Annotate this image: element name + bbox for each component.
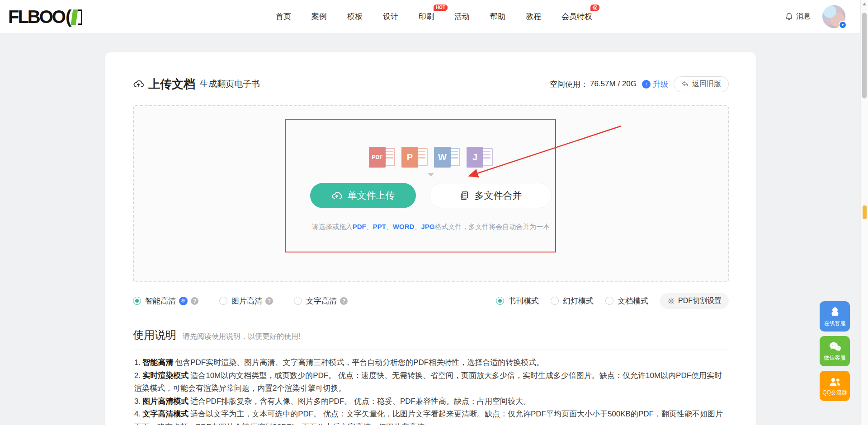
radio-label: 图片高清 — [231, 296, 262, 306]
quality-options: 智能高清 荐 ? 图片高清 ? 文字高清 ? — [133, 296, 348, 306]
merge-documents-icon — [459, 191, 469, 201]
help-icon[interactable]: ? — [265, 297, 273, 305]
radio-dot — [133, 297, 141, 305]
instruction-item: 1.智能高清包含PDF实时渲染、图片高清、文字高清三种模式，平台自动分析您的PD… — [134, 356, 729, 369]
scrollbar-orange-marker — [863, 205, 867, 219]
scrollbar-up-arrow-icon[interactable] — [863, 3, 866, 5]
radio-label: 文档模式 — [618, 296, 648, 306]
radio-dot — [496, 297, 504, 305]
logo-text: FLBOO — [8, 6, 65, 27]
pdf-cut-settings-button[interactable]: PDF切割设置 — [660, 293, 729, 309]
radio-document-mode[interactable]: 文档模式 — [605, 296, 648, 306]
display-mode-options: 书刊模式 幻灯模式 文档模式 PDF切割设置 — [496, 293, 729, 309]
jpg-file-icon: J — [467, 147, 493, 168]
help-icon[interactable]: ? — [191, 297, 198, 305]
nav-item-design[interactable]: 设计 — [383, 11, 398, 22]
word-file-icon: W — [434, 147, 460, 168]
side-button-label: 在线客服 — [824, 320, 846, 327]
space-usage-label: 空间使用： — [550, 79, 588, 89]
file-type-icons: PDF P W J — [369, 147, 493, 168]
upgrade-label: 升级 — [653, 79, 668, 89]
floating-contact-buttons: 在线客服 微信客服 QQ交流群 — [820, 301, 850, 401]
page-title: 上传文档 — [148, 76, 195, 92]
radio-text-hd[interactable]: 文字高清 ? — [294, 296, 348, 306]
gear-icon — [667, 297, 675, 305]
page-subtitle: 生成翻页电子书 — [200, 78, 260, 90]
instructions-subtitle: 请先阅读使用说明，以便更好的使用! — [183, 332, 300, 341]
page-scrollbar — [860, 0, 868, 425]
conversion-options: 智能高清 荐 ? 图片高清 ? 文字高清 ? 书刊模式 幻灯模式 — [133, 294, 729, 307]
back-to-old-version-button[interactable]: 返回旧版 — [674, 76, 729, 92]
cloud-upload-icon — [133, 79, 144, 89]
qq-group-button[interactable]: QQ交流群 — [820, 371, 850, 401]
radio-dot — [219, 297, 227, 305]
radio-slide-mode[interactable]: 幻灯模式 — [551, 296, 594, 306]
merge-label: 多文件合并 — [475, 189, 522, 202]
radio-label: 书刊模式 — [508, 296, 539, 306]
pdf-file-icon: PDF — [369, 147, 395, 168]
rocket-icon: ↑ — [642, 80, 651, 89]
radio-smart-hd[interactable]: 智能高清 荐 ? — [133, 296, 198, 306]
side-button-label: 微信客服 — [824, 354, 846, 362]
nav-item-help[interactable]: 帮助 — [490, 11, 505, 22]
chevron-down-icon — [428, 173, 434, 177]
panel-header: 上传文档 生成翻页电子书 空间使用： 76.57M / 20G ↑ 升级 返回旧… — [133, 76, 729, 92]
upgrade-button[interactable]: ↑ 升级 — [642, 79, 668, 89]
radio-dot — [294, 297, 302, 305]
return-arrow-icon — [681, 81, 689, 88]
radio-label: 智能高清 — [145, 296, 176, 306]
cloud-upload-icon — [331, 190, 342, 201]
radio-book-mode[interactable]: 书刊模式 — [496, 296, 539, 306]
help-icon[interactable]: ? — [340, 297, 348, 305]
nav-item-home[interactable]: 首页 — [276, 11, 291, 22]
hot-badge: HOT — [434, 5, 448, 11]
messages-button[interactable]: 消息 — [785, 12, 811, 21]
wechat-icon — [828, 341, 842, 353]
nav-item-print-label: 印刷 — [419, 12, 434, 21]
radio-image-hd[interactable]: 图片高清 ? — [219, 296, 273, 306]
space-usage-value: 76.57M / 20G — [590, 79, 637, 89]
side-button-label: QQ交流群 — [822, 389, 847, 397]
upload-hint: 请选择或拖入PDF、PPT、WORD、JPG格式文件，多文件将会自动合并为一本 — [312, 223, 550, 231]
bell-icon — [785, 12, 793, 21]
instruction-item: 4.文字高清模式适合以文字为主，文本可选中的PDF。 优点：文字矢量化，比图片文… — [134, 408, 729, 425]
wechat-service-button[interactable]: 微信客服 — [820, 336, 850, 366]
qq-penguin-icon — [829, 306, 841, 318]
logo-book-spine-icon — [71, 9, 78, 25]
instructions-title: 使用说明 — [133, 328, 176, 342]
header-right: 空间使用： 76.57M / 20G ↑ 升级 返回旧版 — [550, 76, 729, 92]
nav-item-cases[interactable]: 案例 — [311, 11, 327, 22]
upload-dropzone[interactable]: PDF P W J 单文件上传 — [133, 105, 729, 282]
logo-book-cover-icon — [78, 9, 82, 25]
messages-label: 消息 — [796, 12, 811, 21]
top-navigation: FLBOO ( 首页 案例 模板 设计 印刷 HOT 活动 帮助 教程 会员特权… — [0, 0, 868, 33]
single-file-upload-button[interactable]: 单文件上传 — [310, 183, 416, 208]
radio-dot — [605, 297, 613, 305]
radio-label: 文字高清 — [306, 296, 337, 306]
back-old-label: 返回旧版 — [692, 79, 721, 89]
promo-badge: 促 — [590, 5, 599, 11]
nav-item-membership[interactable]: 会员特权 促 — [561, 11, 592, 22]
nav-item-templates[interactable]: 模板 — [347, 11, 363, 22]
upload-panel: 上传文档 生成翻页电子书 空间使用： 76.57M / 20G ↑ 升级 返回旧… — [105, 52, 756, 425]
instructions-list: 1.智能高清包含PDF实时渲染、图片高清、文字高清三种模式，平台自动分析您的PD… — [133, 356, 729, 425]
nav-item-tutorials[interactable]: 教程 — [526, 11, 541, 22]
nav-menu: 首页 案例 模板 设计 印刷 HOT 活动 帮助 教程 会员特权 促 — [276, 11, 592, 22]
online-service-button[interactable]: 在线客服 — [820, 301, 850, 332]
upload-buttons: 单文件上传 多文件合并 — [310, 183, 552, 208]
nav-item-activities[interactable]: 活动 — [454, 11, 470, 22]
radio-dot — [551, 297, 559, 305]
radio-label: 幻灯模式 — [563, 296, 594, 306]
scrollbar-thumb[interactable] — [862, 13, 867, 98]
user-avatar[interactable]: ▾ — [822, 5, 845, 28]
instruction-item: 3.图片高清模式适合PDF排版复杂，含有人像、图片多的PDF。 优点：稳妥、PD… — [134, 395, 729, 408]
flbook-logo[interactable]: FLBOO ( — [8, 6, 82, 27]
people-group-icon — [828, 376, 842, 388]
instructions-header: 使用说明 请先阅读使用说明，以便更好的使用! — [133, 328, 729, 350]
nav-item-print[interactable]: 印刷 HOT — [419, 11, 434, 22]
nav-right: 消息 ▾ — [785, 5, 855, 28]
vip-chevron-badge: ▾ — [839, 21, 847, 29]
ppt-file-icon: P — [401, 147, 428, 168]
recommended-badge: 荐 — [179, 297, 188, 305]
multi-file-merge-button[interactable]: 多文件合并 — [429, 183, 552, 208]
